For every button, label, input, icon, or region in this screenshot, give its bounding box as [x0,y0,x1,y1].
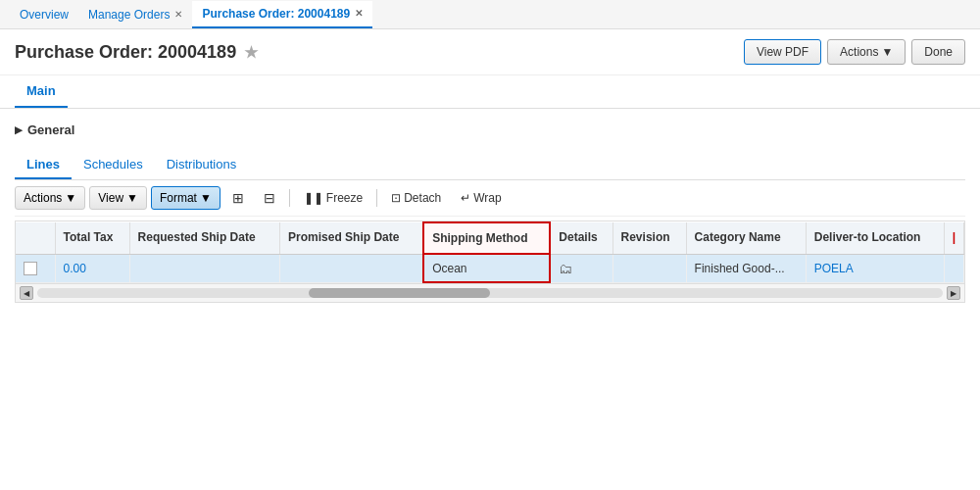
table-toolbar: Actions ▼ View ▼ Format ▼ ⊞ ⊟ ❚❚ Freeze … [15,180,965,217]
page-title: Purchase Order: 20004189 ★ [15,42,258,63]
details-icon[interactable]: 🗂 [559,261,572,276]
tab-overview[interactable]: Overview [10,2,78,27]
tab-purchase-order[interactable]: Purchase Order: 20004189 ✕ [192,1,372,28]
freeze-icon: ❚❚ [304,191,323,205]
col-header-details: Details [550,222,612,254]
lines-table-container: Total Tax Requested Ship Date Promised S… [15,220,965,303]
col-header-extra: | [944,222,963,254]
actions-toolbar-label: Actions [24,191,62,205]
col-header-revision: Revision [612,222,686,254]
col-header-deliver-to: Deliver-to Location [806,222,944,254]
cell-promised-ship-date [280,254,424,282]
scroll-thumb [309,288,490,298]
detach-button[interactable]: ⊡ Detach [383,187,449,209]
scroll-track[interactable] [37,288,943,298]
freeze-button[interactable]: ❚❚ Freeze [296,187,370,209]
actions-button-label: Actions [840,45,878,59]
cell-deliver-to[interactable]: POELA [806,254,944,282]
format-dropdown-icon: ▼ [200,191,212,205]
tab-manage-orders-label: Manage Orders [88,8,170,22]
tab-main[interactable]: Main [15,75,68,108]
tab-overview-label: Overview [20,8,69,22]
deliver-to-link[interactable]: POELA [814,262,854,275]
columns-icon: ⊞ [232,190,244,206]
cell-checkbox [16,254,55,282]
tab-lines[interactable]: Lines [15,151,72,179]
col-header-requested-ship-date: Requested Ship Date [129,222,280,254]
actions-toolbar-button[interactable]: Actions ▼ [15,186,85,210]
col-header-total-tax: Total Tax [55,222,129,254]
general-section-header[interactable]: ▶ General [15,117,965,143]
top-navigation: Overview Manage Orders ✕ Purchase Order:… [0,0,980,29]
view-toolbar-button[interactable]: View ▼ [89,186,147,210]
tab-schedules[interactable]: Schedules [72,151,155,179]
header-buttons: View PDF Actions ▼ Done [744,39,965,65]
done-button[interactable]: Done [911,39,965,65]
main-tabs-bar: Main [0,75,980,109]
actions-dropdown-icon: ▼ [881,45,893,59]
freeze-label: Freeze [326,191,363,205]
actions-toolbar-dropdown-icon: ▼ [65,191,76,205]
cell-total-tax: 0.00 [55,254,129,282]
qbe-icon: ⊟ [264,190,275,206]
cell-extra [944,254,963,282]
format-toolbar-button[interactable]: Format ▼ [151,186,220,210]
wrap-icon: ↵ [461,191,470,205]
cell-category-name: Finished Good-... [686,254,806,282]
horizontal-scrollbar[interactable]: ◀ ▶ [16,283,964,302]
page-header: Purchase Order: 20004189 ★ View PDF Acti… [0,29,980,75]
cell-revision [612,254,686,282]
table-header-row: Total Tax Requested Ship Date Promised S… [16,222,964,254]
cell-requested-ship-date [129,254,280,282]
main-content: ▶ General Lines Schedules Distributions … [0,109,980,311]
tab-purchase-order-label: Purchase Order: 20004189 [202,7,350,21]
wrap-label: Wrap [473,191,501,205]
format-toolbar-label: Format [160,191,197,205]
scroll-right-arrow[interactable]: ▶ [947,286,960,300]
general-section-label: General [27,122,74,137]
wrap-button[interactable]: ↵ Wrap [453,187,509,209]
col-header-promised-ship-date: Promised Ship Date [280,222,424,254]
col-header-checkbox [16,222,55,254]
table-row[interactable]: 0.00 Ocean 🗂 Finished Good-... POELA [16,254,964,282]
cell-shipping-method: Ocean [423,254,550,282]
toolbar-separator2 [376,189,377,207]
close-manage-orders-icon[interactable]: ✕ [174,9,182,20]
query-by-example-button[interactable]: ⊟ [256,186,283,210]
sub-tabs-bar: Lines Schedules Distributions [15,143,965,180]
tab-distributions[interactable]: Distributions [155,151,249,179]
columns-button[interactable]: ⊞ [224,186,252,210]
lines-table: Total Tax Requested Ship Date Promised S… [16,221,964,283]
view-toolbar-label: View [98,191,123,205]
expand-general-icon: ▶ [15,124,23,135]
page-title-text: Purchase Order: 20004189 [15,42,236,63]
actions-button[interactable]: Actions ▼ [827,39,906,65]
favorite-star-icon[interactable]: ★ [244,43,258,62]
col-header-category-name: Category Name [686,222,806,254]
cell-details[interactable]: 🗂 [550,254,612,282]
detach-icon: ⊡ [391,191,401,205]
view-pdf-button[interactable]: View PDF [744,39,821,65]
tab-manage-orders[interactable]: Manage Orders ✕ [78,2,192,27]
scroll-left-arrow[interactable]: ◀ [20,286,33,300]
toolbar-separator [289,189,290,207]
close-purchase-order-icon[interactable]: ✕ [355,8,363,19]
col-header-shipping-method: Shipping Method [423,222,550,254]
detach-label: Detach [404,191,441,205]
view-dropdown-icon: ▼ [126,191,138,205]
